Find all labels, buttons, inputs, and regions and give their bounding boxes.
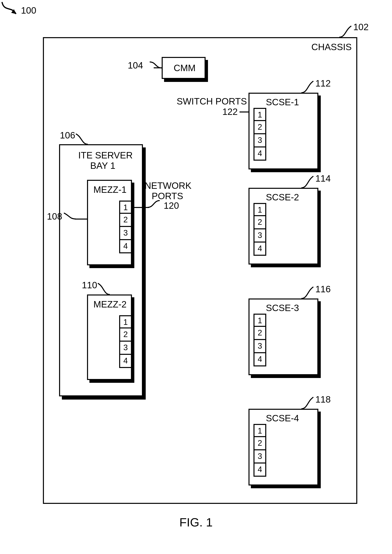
scse2-ports: 1 2 3 4 bbox=[253, 203, 266, 256]
mezz2-port-4: 4 bbox=[119, 355, 132, 368]
cmm-label: CMM bbox=[174, 63, 196, 73]
ref-102: 102 bbox=[353, 22, 369, 32]
ref-108: 108 bbox=[47, 211, 62, 222]
arrow-100 bbox=[0, 0, 24, 24]
ref-100: 100 bbox=[21, 5, 36, 16]
hook-106 bbox=[76, 134, 92, 146]
mezz2-port-3: 3 bbox=[119, 342, 132, 355]
scse4-label: SCSE-4 bbox=[266, 413, 299, 424]
scse1-port-1: 1 bbox=[253, 108, 266, 121]
scse4-port-3: 3 bbox=[253, 450, 266, 463]
scse2-port-2: 2 bbox=[253, 216, 266, 229]
chassis-label: CHASSIS bbox=[311, 42, 352, 52]
scse3-port-1: 1 bbox=[253, 314, 266, 327]
ref-116: 116 bbox=[315, 284, 331, 295]
scse3-ports: 1 2 3 4 bbox=[253, 314, 266, 367]
mezz1-ports: 1 2 3 4 bbox=[119, 201, 132, 253]
scse2-port-1: 1 bbox=[253, 203, 266, 216]
switch-ports-label: SWITCH PORTS bbox=[177, 96, 247, 107]
ite-label-l1: ITE SERVER bbox=[78, 150, 133, 161]
leader-104 bbox=[154, 67, 162, 68]
diagram-stage: 100 CHASSIS 102 CMM 104 ITE SERVER BAY 1… bbox=[0, 0, 392, 554]
scse4-port-4: 4 bbox=[253, 463, 266, 477]
scse4-port-2: 2 bbox=[253, 437, 266, 450]
ref-118: 118 bbox=[315, 394, 331, 405]
figure-caption: FIG. 1 bbox=[0, 515, 392, 529]
ref-106: 106 bbox=[60, 130, 75, 141]
ite-label-l2: BAY 1 bbox=[90, 160, 115, 171]
leader-120 bbox=[132, 207, 149, 208]
ref-104: 104 bbox=[128, 60, 143, 71]
network-ports-l1: NETWORK bbox=[145, 180, 191, 191]
mezz1-port-3: 3 bbox=[119, 227, 132, 240]
scse3-label: SCSE-3 bbox=[266, 302, 299, 313]
scse2-port-3: 3 bbox=[253, 229, 266, 243]
scse3-port-2: 2 bbox=[253, 327, 266, 340]
leader-108 bbox=[75, 219, 87, 220]
mezz1-port-4: 4 bbox=[119, 240, 132, 253]
mezz1-port-1: 1 bbox=[119, 201, 132, 214]
mezz1-label: MEZZ-1 bbox=[93, 184, 126, 195]
mezz1-port-2: 2 bbox=[119, 214, 132, 227]
mezz2-ports: 1 2 3 4 bbox=[119, 315, 132, 368]
mezz2-port-2: 2 bbox=[119, 328, 132, 342]
scse1-label: SCSE-1 bbox=[266, 97, 299, 108]
ref-114: 114 bbox=[315, 173, 331, 184]
ref-110: 110 bbox=[82, 280, 97, 290]
scse2-port-4: 4 bbox=[253, 243, 266, 256]
scse1-port-3: 3 bbox=[253, 134, 266, 147]
scse3-port-4: 4 bbox=[253, 353, 266, 367]
network-ports-l2: PORTS bbox=[152, 191, 183, 201]
scse4-ports: 1 2 3 4 bbox=[253, 424, 266, 477]
ref-122: 122 bbox=[222, 106, 238, 117]
ref-112: 112 bbox=[315, 78, 331, 89]
scse3-port-3: 3 bbox=[253, 340, 266, 353]
scse2-label: SCSE-2 bbox=[266, 192, 299, 202]
mezz2-label: MEZZ-2 bbox=[93, 299, 126, 310]
hook-120 bbox=[148, 201, 164, 213]
mezz2-port-1: 1 bbox=[119, 315, 132, 328]
scse1-port-4: 4 bbox=[253, 147, 266, 161]
scse4-port-1: 1 bbox=[253, 424, 266, 437]
scse1-ports: 1 2 3 4 bbox=[253, 108, 266, 161]
scse1-port-2: 2 bbox=[253, 121, 266, 134]
ref-120: 120 bbox=[164, 200, 179, 211]
hook-110 bbox=[98, 283, 114, 295]
